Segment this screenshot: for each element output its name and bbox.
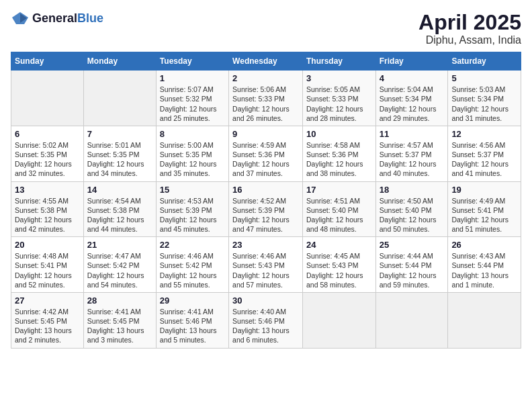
- day-number: 3: [306, 73, 372, 83]
- calendar-cell: 8Sunrise: 5:00 AMSunset: 5:35 PMDaylight…: [156, 126, 228, 181]
- calendar-cell: 25Sunrise: 4:44 AMSunset: 5:44 PMDayligh…: [375, 237, 448, 293]
- day-info: Sunrise: 4:48 AMSunset: 5:41 PMDaylight:…: [15, 252, 72, 289]
- calendar-cell: 15Sunrise: 4:53 AMSunset: 5:39 PMDayligh…: [156, 181, 228, 237]
- day-info: Sunrise: 4:55 AMSunset: 5:38 PMDaylight:…: [15, 197, 72, 234]
- calendar-cell: 9Sunrise: 4:59 AMSunset: 5:36 PMDaylight…: [229, 126, 303, 181]
- header-saturday: Saturday: [448, 52, 521, 71]
- calendar-cell: 6Sunrise: 5:02 AMSunset: 5:35 PMDaylight…: [11, 126, 84, 181]
- day-info: Sunrise: 4:41 AMSunset: 5:45 PMDaylight:…: [87, 308, 144, 345]
- header: General Blue April 2025 Diphu, Assam, In…: [11, 11, 521, 46]
- calendar-cell: 2Sunrise: 5:06 AMSunset: 5:33 PMDaylight…: [229, 71, 303, 126]
- calendar-cell: 24Sunrise: 4:45 AMSunset: 5:43 PMDayligh…: [302, 237, 375, 293]
- header-sunday: Sunday: [11, 52, 84, 71]
- day-info: Sunrise: 4:45 AMSunset: 5:43 PMDaylight:…: [306, 252, 363, 289]
- day-number: 2: [232, 73, 299, 83]
- day-info: Sunrise: 4:42 AMSunset: 5:45 PMDaylight:…: [15, 308, 72, 345]
- week-row-5: 27Sunrise: 4:42 AMSunset: 5:45 PMDayligh…: [11, 292, 521, 348]
- day-info: Sunrise: 5:00 AMSunset: 5:35 PMDaylight:…: [160, 141, 217, 178]
- header-wednesday: Wednesday: [229, 52, 303, 71]
- calendar-cell: 30Sunrise: 4:40 AMSunset: 5:46 PMDayligh…: [229, 292, 303, 348]
- day-number: 28: [87, 295, 152, 306]
- day-number: 24: [306, 240, 372, 250]
- day-number: 9: [232, 129, 299, 139]
- week-row-2: 6Sunrise: 5:02 AMSunset: 5:35 PMDaylight…: [11, 126, 521, 181]
- day-number: 25: [380, 240, 445, 250]
- header-tuesday: Tuesday: [156, 52, 228, 71]
- day-number: 10: [306, 129, 372, 139]
- day-number: 18: [380, 185, 445, 195]
- calendar-cell: 27Sunrise: 4:42 AMSunset: 5:45 PMDayligh…: [11, 292, 84, 348]
- day-number: 21: [87, 240, 152, 250]
- day-info: Sunrise: 5:06 AMSunset: 5:33 PMDaylight:…: [232, 85, 290, 122]
- day-number: 7: [87, 129, 152, 139]
- day-number: 29: [160, 295, 225, 306]
- calendar-title: April 2025: [418, 11, 521, 34]
- calendar-cell: [83, 71, 156, 126]
- calendar-cell: 29Sunrise: 4:41 AMSunset: 5:46 PMDayligh…: [156, 292, 228, 348]
- calendar-cell: [11, 71, 84, 126]
- logo-general-text: General: [32, 11, 77, 26]
- calendar-cell: 7Sunrise: 5:01 AMSunset: 5:35 PMDaylight…: [83, 126, 156, 181]
- week-row-4: 20Sunrise: 4:48 AMSunset: 5:41 PMDayligh…: [11, 237, 521, 293]
- calendar-cell: 17Sunrise: 4:51 AMSunset: 5:40 PMDayligh…: [302, 181, 375, 237]
- day-info: Sunrise: 4:56 AMSunset: 5:37 PMDaylight:…: [451, 141, 508, 178]
- day-number: 12: [451, 129, 517, 139]
- day-number: 5: [451, 73, 517, 83]
- day-info: Sunrise: 4:41 AMSunset: 5:46 PMDaylight:…: [160, 308, 217, 345]
- day-number: 30: [232, 295, 299, 306]
- calendar-subtitle: Diphu, Assam, India: [418, 34, 521, 46]
- day-info: Sunrise: 4:51 AMSunset: 5:40 PMDaylight:…: [306, 197, 363, 234]
- day-info: Sunrise: 5:02 AMSunset: 5:35 PMDaylight:…: [15, 141, 72, 178]
- calendar-cell: 26Sunrise: 4:43 AMSunset: 5:44 PMDayligh…: [448, 237, 521, 293]
- day-info: Sunrise: 4:52 AMSunset: 5:39 PMDaylight:…: [232, 197, 290, 234]
- calendar-cell: 4Sunrise: 5:04 AMSunset: 5:34 PMDaylight…: [375, 71, 448, 126]
- calendar-cell: [375, 292, 448, 348]
- calendar-cell: 16Sunrise: 4:52 AMSunset: 5:39 PMDayligh…: [229, 181, 303, 237]
- day-number: 22: [160, 240, 225, 250]
- calendar-table: SundayMondayTuesdayWednesdayThursdayFrid…: [11, 52, 521, 348]
- calendar-cell: 5Sunrise: 5:03 AMSunset: 5:34 PMDaylight…: [448, 71, 521, 126]
- day-info: Sunrise: 4:58 AMSunset: 5:36 PMDaylight:…: [306, 141, 363, 178]
- logo-blue-text: Blue: [77, 11, 103, 26]
- day-number: 27: [15, 295, 80, 306]
- title-block: April 2025 Diphu, Assam, India: [418, 11, 521, 46]
- day-info: Sunrise: 4:43 AMSunset: 5:44 PMDaylight:…: [451, 252, 508, 289]
- calendar-cell: 11Sunrise: 4:57 AMSunset: 5:37 PMDayligh…: [375, 126, 448, 181]
- calendar-cell: [302, 292, 375, 348]
- day-number: 26: [451, 240, 517, 250]
- day-info: Sunrise: 4:59 AMSunset: 5:36 PMDaylight:…: [232, 141, 290, 178]
- day-info: Sunrise: 5:01 AMSunset: 5:35 PMDaylight:…: [87, 141, 144, 178]
- day-number: 20: [15, 240, 80, 250]
- day-number: 16: [232, 185, 299, 195]
- calendar-cell: 12Sunrise: 4:56 AMSunset: 5:37 PMDayligh…: [448, 126, 521, 181]
- day-info: Sunrise: 4:49 AMSunset: 5:41 PMDaylight:…: [451, 197, 508, 234]
- calendar-cell: 1Sunrise: 5:07 AMSunset: 5:32 PMDaylight…: [156, 71, 228, 126]
- logo: General Blue: [11, 11, 103, 26]
- calendar-cell: 13Sunrise: 4:55 AMSunset: 5:38 PMDayligh…: [11, 181, 84, 237]
- day-info: Sunrise: 4:46 AMSunset: 5:43 PMDaylight:…: [232, 252, 290, 289]
- day-number: 17: [306, 185, 372, 195]
- day-number: 11: [380, 129, 445, 139]
- calendar-cell: 21Sunrise: 4:47 AMSunset: 5:42 PMDayligh…: [83, 237, 156, 293]
- day-number: 14: [87, 185, 152, 195]
- calendar-cell: 10Sunrise: 4:58 AMSunset: 5:36 PMDayligh…: [302, 126, 375, 181]
- week-row-3: 13Sunrise: 4:55 AMSunset: 5:38 PMDayligh…: [11, 181, 521, 237]
- header-monday: Monday: [83, 52, 156, 71]
- day-number: 8: [160, 129, 225, 139]
- day-number: 15: [160, 185, 225, 195]
- day-info: Sunrise: 4:53 AMSunset: 5:39 PMDaylight:…: [160, 197, 217, 234]
- calendar-cell: 19Sunrise: 4:49 AMSunset: 5:41 PMDayligh…: [448, 181, 521, 237]
- day-info: Sunrise: 4:50 AMSunset: 5:40 PMDaylight:…: [380, 197, 437, 234]
- calendar-cell: [448, 292, 521, 348]
- calendar-cell: 20Sunrise: 4:48 AMSunset: 5:41 PMDayligh…: [11, 237, 84, 293]
- day-info: Sunrise: 5:04 AMSunset: 5:34 PMDaylight:…: [380, 85, 437, 122]
- day-info: Sunrise: 4:54 AMSunset: 5:38 PMDaylight:…: [87, 197, 144, 234]
- day-number: 6: [15, 129, 80, 139]
- header-thursday: Thursday: [302, 52, 375, 71]
- logo-icon: [11, 11, 30, 26]
- weekday-header-row: SundayMondayTuesdayWednesdayThursdayFrid…: [11, 52, 521, 71]
- day-number: 23: [232, 240, 299, 250]
- calendar-cell: 14Sunrise: 4:54 AMSunset: 5:38 PMDayligh…: [83, 181, 156, 237]
- calendar-cell: 23Sunrise: 4:46 AMSunset: 5:43 PMDayligh…: [229, 237, 303, 293]
- day-number: 4: [380, 73, 445, 83]
